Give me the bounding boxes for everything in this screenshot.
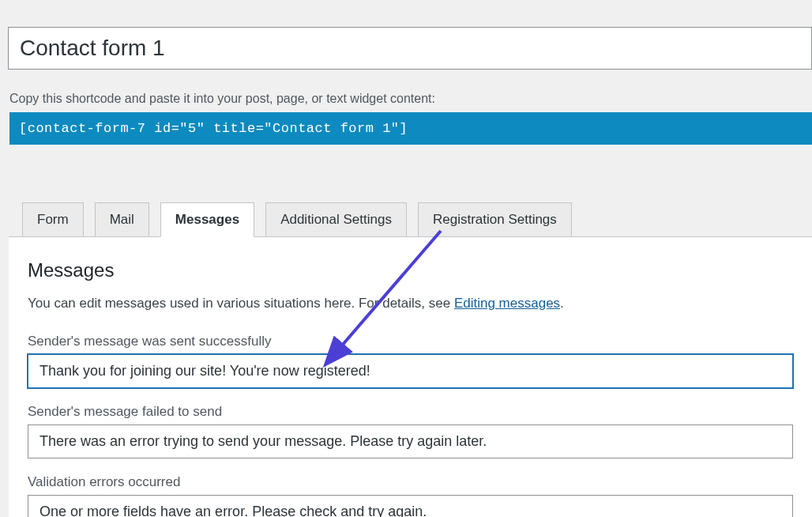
field-label-validation: Validation errors occurred [28,474,793,490]
success-message-input[interactable] [28,354,793,388]
panel-heading: Messages [28,259,793,281]
field-label-failed: Sender's message failed to send [28,404,793,420]
shortcode-help-text: Copy this shortcode and paste it into yo… [9,92,812,106]
form-title-input[interactable] [8,27,812,70]
panel-description-prefix: You can edit messages used in various si… [28,296,454,311]
shortcode-display[interactable]: [contact-form-7 id="5" title="Contact fo… [9,112,812,145]
tab-form[interactable]: Form [22,202,84,237]
field-label-success: Sender's message was sent successfully [28,334,793,349]
messages-panel: Messages You can edit messages used in v… [9,236,812,517]
tabs-container: Form Mail Messages Additional Settings R… [22,202,812,236]
tab-mail[interactable]: Mail [95,202,149,237]
validation-message-input[interactable] [28,495,793,517]
editing-messages-link[interactable]: Editing messages [454,296,560,311]
panel-description: You can edit messages used in various si… [28,296,793,311]
failed-message-input[interactable] [28,425,793,459]
tab-additional-settings[interactable]: Additional Settings [265,202,407,237]
tab-registration-settings[interactable]: Registration Settings [418,202,572,237]
tab-messages[interactable]: Messages [160,202,254,237]
panel-description-suffix: . [560,296,564,311]
